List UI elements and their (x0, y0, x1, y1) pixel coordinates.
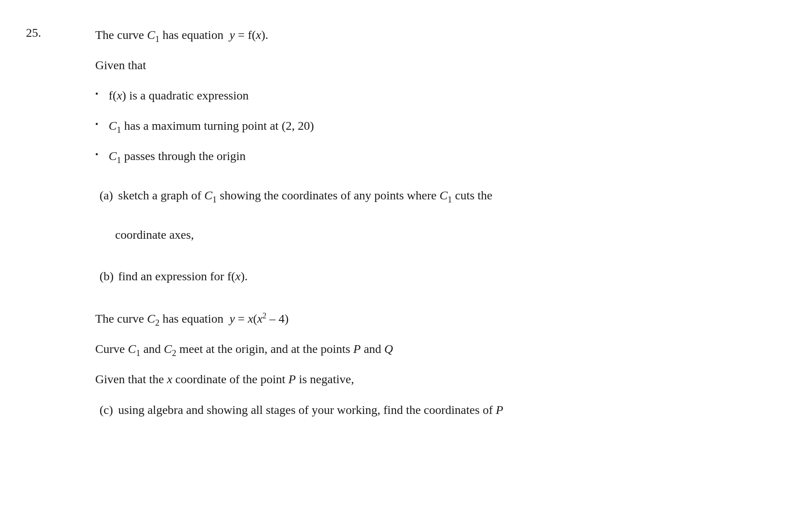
meet-line: Curve C1 and C2 meet at the origin, and … (95, 340, 764, 358)
question-container: 25. The curve C1 has equation y = f(x). … (26, 26, 764, 440)
given-p-line: Given that the x coordinate of the point… (95, 370, 764, 388)
part-a-line: (a) sketch a graph of C1 showing the coo… (95, 186, 764, 205)
bullet-text-1: f(x) is a quadratic expression (109, 87, 248, 105)
part-a-indent: coordinate axes, (95, 225, 764, 244)
bullet-list: • f(x) is a quadratic expression • C1 ha… (95, 87, 764, 177)
given-that-text: Given that (95, 56, 764, 74)
q-number-label: 25. (26, 26, 41, 39)
c2-line: The curve C2 has equation y = x(x2 – 4) (95, 310, 764, 328)
bullet-item-2: • C1 has a maximum turning point at (2, … (95, 117, 764, 135)
question-content: The curve C1 has equation y = f(x). Give… (95, 26, 764, 440)
bullet-text-3: C1 passes through the origin (109, 147, 245, 165)
bullet-dot-1: • (95, 87, 98, 100)
part-a-label: (a) (100, 186, 115, 205)
bullet-dot-2: • (95, 118, 98, 131)
part-b-line: (b) find an expression for f(x). (95, 267, 764, 285)
part-b-label: (b) (100, 267, 115, 285)
intro-line: The curve C1 has equation y = f(x). (95, 26, 764, 44)
bullet-item-1: • f(x) is a quadratic expression (95, 87, 764, 105)
c1-label: C1 (147, 28, 160, 42)
part-c-label: (c) (100, 401, 115, 419)
bullet-item-3: • C1 passes through the origin (95, 147, 764, 165)
part-c-line: (c) using algebra and showing all stages… (95, 401, 764, 419)
bullet-dot-3: • (95, 148, 98, 161)
bullet-text-2: C1 has a maximum turning point at (2, 20… (109, 117, 314, 135)
question-number: 25. (26, 26, 95, 440)
